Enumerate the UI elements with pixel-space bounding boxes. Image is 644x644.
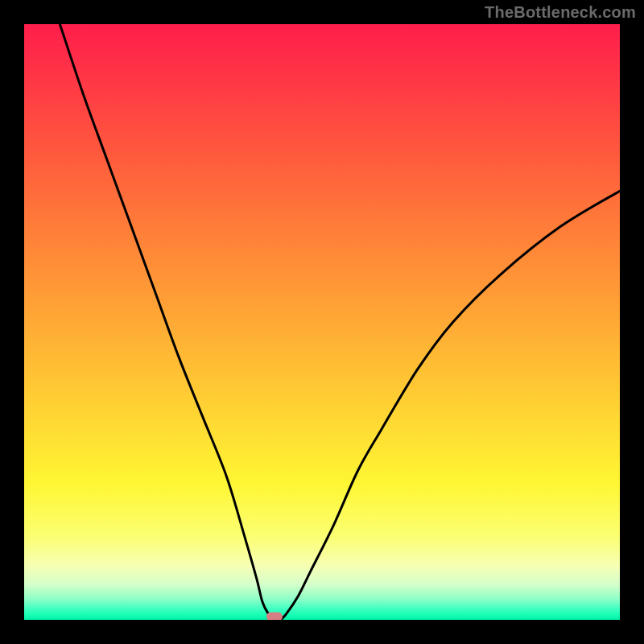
watermark-text: TheBottleneck.com: [485, 3, 636, 22]
bottleneck-marker: [266, 613, 283, 621]
chart-frame: TheBottleneck.com: [0, 0, 644, 644]
plot-area: [24, 24, 620, 620]
bottleneck-curve: [24, 24, 620, 620]
